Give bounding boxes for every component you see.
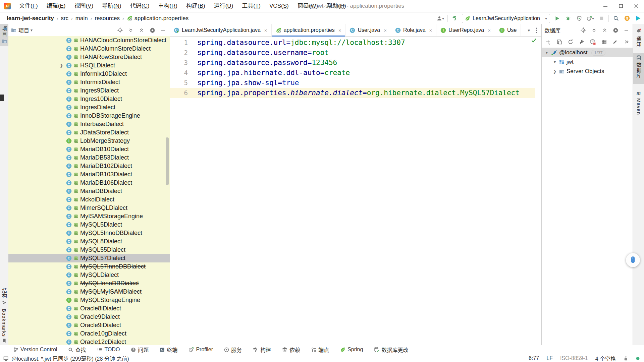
tree-item-MySQL57InnoDBDialect[interactable]: CMySQL57InnoDBDialect (8, 262, 170, 271)
toolwindow-button--[interactable]: 查找 (68, 346, 86, 354)
dsprops-button[interactable] (578, 38, 585, 46)
toolwindow-button--[interactable]: 端点 (311, 346, 329, 354)
tree-item-InnoDBStorageEngine[interactable]: CInnoDBStorageEngine (8, 112, 170, 120)
tree-item-MySQL5InnoDBDialect[interactable]: CMySQL5InnoDBDialect (8, 229, 170, 237)
profiler-button[interactable]: ▾ (586, 14, 594, 22)
code-line-2[interactable]: 2spring.datasource.username=root (170, 48, 535, 58)
db-tree-item-jwt[interactable]: ▾jwt (542, 57, 633, 67)
editor-tab-user-java[interactable]: CUser.java× (345, 24, 391, 36)
stripe-tab-project[interactable]: 项目 (0, 24, 8, 46)
tree-item-Oracle9Dialect[interactable]: COracle9Dialect (8, 313, 170, 321)
disconnect-button[interactable] (589, 38, 597, 46)
editor-tab-learnjwtsecurityapplication-java[interactable]: CLearnJwtSecurityApplication.java× (170, 24, 272, 36)
add-button[interactable] (544, 38, 552, 46)
menu-item-10[interactable]: VCS(S) (265, 0, 293, 12)
stripe-tab-structure[interactable]: 结构 (0, 286, 8, 307)
tool-window-toggle-icon[interactable] (3, 356, 8, 361)
close-icon[interactable]: × (488, 27, 491, 33)
hide-button[interactable] (622, 26, 630, 34)
expand-chevron-icon[interactable]: ▾ (544, 50, 549, 55)
tree-item-MariaDB53Dialect[interactable]: CMariaDB53Dialect (8, 154, 170, 162)
breadcrumb-item-5[interactable]: application.properties (127, 15, 189, 22)
menu-item-9[interactable]: 工具(T) (237, 0, 265, 12)
tab-options-button[interactable]: ⋮ (533, 26, 539, 34)
editor-tab-userrepo-java[interactable]: IUserRepo.java× (436, 24, 495, 36)
tree-item-MariaDB106Dialect[interactable]: CMariaDB106Dialect (8, 179, 170, 187)
expandall-button[interactable] (127, 26, 135, 34)
toolwindow-button--[interactable]: 数据库更改 (374, 346, 408, 354)
db-tree-item-server-objects[interactable]: ❯Server Objects (542, 67, 633, 76)
expandall-button[interactable] (590, 26, 598, 34)
run-configuration-select[interactable]: LearnJwtSecurityApplication ▾ (462, 14, 550, 23)
locate-button[interactable] (116, 26, 124, 34)
tree-item-Ingres10Dialect[interactable]: CIngres10Dialect (8, 95, 170, 103)
caret-position[interactable]: 6:77 (529, 355, 539, 361)
tree-item-LobMergeStrategy[interactable]: ILobMergeStrategy (8, 137, 170, 145)
expand-chevron-icon[interactable]: ❯ (552, 69, 557, 74)
tree-item-IngresDialect[interactable]: CIngresDialect (8, 103, 170, 112)
stripe-tab-Maven[interactable]: mMaven (633, 88, 644, 117)
status-message[interactable]: @localhost: *:jwt 已同步 (299毫秒) (28 分钟 之前) (11, 354, 129, 362)
tree-item-MyISAMStorageEngine[interactable]: CMyISAMStorageEngine (8, 212, 170, 221)
settings-button[interactable] (611, 26, 620, 34)
tree-item-MySQL57Dialect[interactable]: CMySQL57Dialect (8, 254, 170, 262)
menu-item-7[interactable]: 构建(B) (182, 0, 210, 12)
menu-item-2[interactable]: 编辑(E) (42, 0, 70, 12)
tree-item-Informix10Dialect[interactable]: CInformix10Dialect (8, 70, 170, 78)
chevron-down-icon[interactable]: ▾ (31, 28, 33, 33)
tree-item-HANAColumnStoreDialect[interactable]: CHANAColumnStoreDialect (8, 45, 170, 53)
close-button[interactable] (629, 0, 644, 12)
line-separator[interactable]: LF (546, 355, 553, 361)
tree-item-MariaDB102Dialect[interactable]: CMariaDB102Dialect (8, 162, 170, 170)
search-everywhere-button[interactable] (612, 14, 620, 22)
code-line-4[interactable]: 4spring.jpa.hibernate.ddl-auto=create (170, 68, 535, 78)
breadcrumb-item-1[interactable]: learn-jwt-security (7, 15, 54, 22)
tree-item-MariaDB103Dialect[interactable]: CMariaDB103Dialect (8, 170, 170, 179)
tree-item-MariaDB10Dialect[interactable]: CMariaDB10Dialect (8, 145, 170, 154)
menu-item-6[interactable]: 重构(R) (154, 0, 182, 12)
close-icon[interactable]: × (338, 27, 341, 33)
stripe-tab-数据库[interactable]: 数据库 (633, 53, 644, 84)
tree-item-Ingres9Dialect[interactable]: CIngres9Dialect (8, 86, 170, 95)
menu-item-1[interactable]: 文件(F) (15, 0, 42, 12)
tree-item-MySQLInnoDBDialect[interactable]: CMySQLInnoDBDialect (8, 279, 170, 288)
collapseall-button[interactable] (138, 26, 146, 34)
code-line-1[interactable]: 1spring.datasource.url=jdbc:mysql://loca… (170, 38, 535, 48)
coverage-button[interactable] (575, 14, 583, 22)
breadcrumb-item-3[interactable]: main (75, 15, 88, 22)
close-icon[interactable]: × (264, 27, 267, 33)
stripe-tab-通知[interactable]: 通知 (633, 26, 644, 52)
menu-item-5[interactable]: 代码(C) (126, 0, 154, 12)
table-button[interactable] (600, 38, 608, 46)
tree-item-Oracle9iDialect[interactable]: COracle9iDialect (8, 321, 170, 329)
build-button[interactable] (451, 14, 459, 22)
toolwindow-button--[interactable]: 服务 (224, 346, 242, 354)
tree-item-MckoiDialect[interactable]: CMckoiDialect (8, 195, 170, 204)
toolwindow-button--[interactable]: 问题 (131, 346, 149, 354)
tree-item-MySQL5Dialect[interactable]: CMySQL5Dialect (8, 221, 170, 229)
tree-item-Oracle8iDialect[interactable]: COracle8iDialect (8, 304, 170, 313)
expand-chevron-icon[interactable]: ▾ (552, 60, 557, 64)
file-encoding[interactable]: ISO-8859-1 (560, 355, 588, 361)
toolwindow-button-TODO[interactable]: TODO (97, 347, 120, 353)
code-editor[interactable]: 1spring.datasource.url=jdbc:mysql://loca… (170, 36, 541, 345)
hide-button[interactable] (159, 26, 167, 34)
expand-chevron-icon[interactable]: ❯ (59, 63, 64, 68)
minimize-button[interactable] (598, 0, 613, 12)
tree-item-MySQL55Dialect[interactable]: CMySQL55Dialect (8, 246, 170, 254)
toolwindow-button-Profiler[interactable]: Profiler (189, 347, 213, 353)
maximize-button[interactable] (613, 0, 629, 12)
close-icon[interactable]: × (384, 27, 387, 33)
toolwindow-button-Version-Control[interactable]: Version Control (13, 347, 57, 353)
breadcrumb-item-2[interactable]: src (61, 15, 68, 22)
tree-item-JDataStoreDialect[interactable]: CJDataStoreDialect (8, 128, 170, 137)
tree-item-HANARowStoreDialect[interactable]: CHANARowStoreDialect (8, 53, 170, 61)
toolwindow-button--[interactable]: 依赖 (282, 346, 300, 354)
code-line-3[interactable]: 3spring.datasource.password=123456 (170, 58, 535, 68)
breadcrumb-item-4[interactable]: resources (95, 15, 120, 22)
toolwindow-button--[interactable]: 构建 (253, 346, 271, 354)
editor-tab-role-java[interactable]: CRole.java× (391, 24, 436, 36)
run-button[interactable] (553, 14, 561, 22)
tree-item-HANACloudColumnStoreDialect[interactable]: CHANACloudColumnStoreDialect (8, 36, 170, 45)
editor-tab-use[interactable]: IUse (495, 24, 521, 36)
